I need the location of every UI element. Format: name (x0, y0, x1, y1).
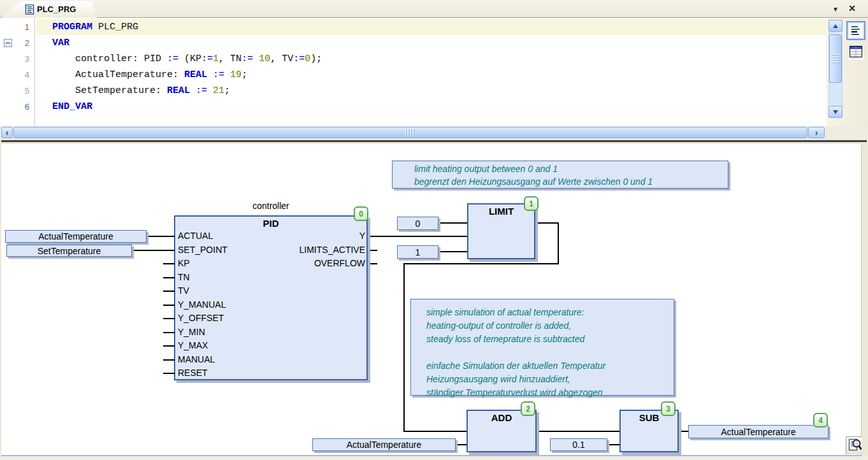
code-line[interactable]: PROGRAM PLC_PRG (36, 19, 826, 35)
wire-to-add-in1 (403, 431, 468, 432)
plc-ide-window: PLC_PRG ▼ ✕ 123456 PROGRAM PLC_PRGVAR co… (0, 0, 868, 460)
limit-function-block[interactable]: LIMIT (467, 203, 535, 259)
pid-input-y_max: Y_MAX (178, 339, 280, 353)
pid-input-y_manual: Y_MANUAL (178, 298, 280, 312)
pid-output-labels: YLIMITS_ACTIVEOVERFLOW (268, 229, 365, 271)
pid-input-kp: KP (178, 257, 280, 271)
scroll-down-button[interactable] (828, 106, 843, 118)
comment-line: einfache Simulation der aktuellen Temper… (426, 359, 674, 373)
pid-input-pin (163, 359, 175, 361)
comment-box-simulation[interactable]: simple simulation of actual temperature:… (410, 299, 674, 396)
pou-document-icon (25, 4, 35, 15)
wire-loss-to-sub (607, 444, 619, 445)
pid-input-manual: MANUAL (178, 353, 280, 367)
pid-output-pin (368, 263, 377, 264)
right-arrow-icon: › (815, 128, 818, 137)
pid-block-title: PID (175, 217, 366, 229)
gutter-separator (34, 18, 35, 126)
scroll-left-button[interactable]: ‹ (1, 127, 13, 138)
wire-max-to-limit (438, 251, 467, 252)
comment-line: Heizungsausgang wird hinzuaddiert, (426, 373, 674, 386)
wire-pid-y-to-limit (368, 236, 468, 237)
code-line[interactable]: SetTemperature: REAL := 21; (36, 83, 826, 99)
execution-order-badge: 4 (813, 413, 828, 428)
code-fold-toggle[interactable] (4, 39, 12, 47)
comment-line: begrenzt den Heizungsausgang auf Werte z… (414, 176, 728, 189)
tab-title: PLC_PRG (37, 1, 76, 18)
pid-input-pin (163, 305, 175, 306)
code-line[interactable]: END_VAR (36, 99, 826, 115)
pid-input-pin (163, 318, 175, 319)
operand-limit-max[interactable]: 1 (397, 245, 438, 259)
pid-input-pin (163, 373, 175, 374)
pid-input-set_point: SET_POINT (178, 243, 280, 257)
wire-min-to-limit (438, 222, 467, 224)
comment-line: ständiger Temperaturverlust wird abgezog… (426, 386, 674, 399)
close-icon[interactable]: ✕ (846, 3, 858, 14)
zoom-button[interactable] (846, 436, 862, 454)
pid-input-pin (163, 291, 175, 292)
comment-line: limit heating output between 0 and 1 (414, 163, 728, 176)
code-line[interactable]: VAR (36, 35, 826, 51)
operand-actual-temperature-in[interactable]: ActualTemperature (5, 230, 147, 243)
execution-order-badge: 1 (524, 196, 539, 211)
comment-line: heating-output of controller is added, (426, 319, 674, 333)
pid-output-limits_active: LIMITS_ACTIVE (268, 243, 365, 257)
execution-order-badge: 3 (661, 401, 676, 416)
down-arrow-icon (833, 110, 838, 114)
operand-actual-temperature-add[interactable]: ActualTemperature (312, 438, 456, 451)
tabular-view-icon (850, 46, 862, 60)
pid-input-tv: TV (178, 284, 280, 298)
pid-output-overflow: OVERFLOW (268, 257, 365, 271)
line-number: 4 (0, 67, 32, 83)
comment-line: simple simulation of actual temperature: (426, 306, 674, 319)
execution-order-badge: 0 (354, 206, 368, 221)
wire-actual-to-add (456, 444, 467, 445)
pid-input-pin (163, 332, 175, 333)
add-function-block[interactable]: ADD (467, 410, 537, 452)
execution-order-badge: 2 (521, 401, 535, 416)
editor-splitter[interactable] (1, 140, 867, 142)
pid-input-actual: ACTUAL (178, 229, 280, 243)
textual-view-icon (849, 24, 863, 38)
comment-line: steady loss of temeprature is subtracted (426, 333, 674, 346)
editor-tab-bar: PLC_PRG ▼ ✕ (0, 0, 868, 18)
line-number: 5 (0, 83, 32, 99)
vertical-scrollbar-thumb[interactable] (829, 34, 842, 83)
window-list-dropdown-icon[interactable]: ▼ (830, 4, 841, 15)
pid-input-y_min: Y_MIN (178, 326, 280, 340)
code-line[interactable]: ActualTemperature: REAL := 19; (36, 67, 826, 83)
code-line[interactable]: controller: PID := (KP:=1, TN:= 10, TV:=… (36, 51, 826, 67)
bottom-strip (0, 456, 868, 460)
wire-add-to-sub (537, 431, 621, 432)
line-number: 6 (0, 99, 32, 115)
comment-box-limit[interactable]: limit heating output between 0 and 1begr… (392, 161, 728, 189)
operand-limit-min[interactable]: 0 (397, 217, 438, 230)
pid-input-tn: TN (178, 271, 280, 285)
operand-actual-temperature-out[interactable]: ActualTemperature (688, 425, 828, 438)
operand-set-temperature-in[interactable]: SetTemperature (6, 245, 132, 257)
code-text-area[interactable]: PROGRAM PLC_PRGVAR controller: PID := (K… (36, 19, 826, 115)
pid-output-pin (368, 250, 377, 251)
tab-plc-prg[interactable]: PLC_PRG (0, 1, 98, 18)
pid-input-pin (163, 236, 175, 237)
textual-declaration-view-button[interactable] (846, 21, 865, 40)
wire-feedback-v (403, 263, 405, 432)
pid-input-y_offset: Y_OFFSET (178, 312, 280, 326)
line-number: 1 (0, 19, 32, 35)
wire-limit-out-h (535, 222, 559, 224)
tabular-declaration-view-button[interactable] (848, 46, 864, 60)
left-arrow-icon: ‹ (6, 128, 9, 137)
pid-output-y: Y (268, 229, 365, 243)
wire-limit-out-v (558, 222, 559, 264)
pid-input-reset: RESET (178, 366, 280, 380)
horizontal-scrollbar-thumb[interactable] (13, 127, 807, 138)
scroll-up-button[interactable] (828, 20, 843, 32)
operand-loss-constant[interactable]: 0.1 (550, 438, 607, 451)
pid-instance-label: controller (174, 201, 368, 211)
pid-input-pin (163, 277, 175, 278)
scroll-right-button[interactable]: › (808, 127, 825, 138)
comment-line (426, 346, 674, 359)
magnifier-document-icon (848, 437, 862, 455)
sub-function-block[interactable]: SUB (619, 410, 679, 452)
